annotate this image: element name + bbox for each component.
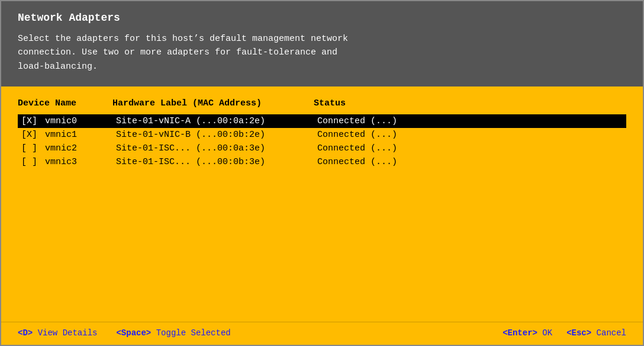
table-row[interactable]: [ ] vmnic2 Site-01-ISC... (...00:0a:3e) …: [18, 142, 626, 155]
footer-left: <D> View Details <Space> Toggle Selected: [18, 328, 503, 338]
footer-bar: <D> View Details <Space> Toggle Selected…: [1, 322, 643, 345]
main-section: Device Name Hardware Label (MAC Address)…: [1, 86, 643, 345]
desc-line3: load-balancing.: [18, 60, 626, 73]
row-hardware-0: Site-01-vNIC-A (...00:0a:2e): [116, 116, 317, 126]
row-hardware-3: Site-01-ISC... (...00:0b:3e): [116, 157, 317, 167]
row-hardware-1: Site-01-vNIC-B (...00:0b:2e): [116, 130, 317, 140]
row-status-2: Connected (...): [317, 143, 623, 153]
shortcut-key-enter: <Enter>: [503, 328, 537, 338]
row-checkbox-2: [ ]: [21, 143, 45, 153]
row-device-0: vmnic0: [45, 116, 116, 126]
shortcut-key-space: <Space>: [116, 328, 151, 338]
col-header-status: Status: [314, 98, 626, 108]
shortcut-key-esc: <Esc>: [566, 328, 591, 338]
row-checkbox-1: [X]: [21, 130, 45, 140]
screen: Network Adapters Select the adapters for…: [0, 0, 644, 346]
shortcut-toggle-selected[interactable]: <Space> Toggle Selected: [116, 328, 230, 338]
shortcut-label-ok: OK: [542, 328, 552, 338]
row-status-3: Connected (...): [317, 157, 623, 167]
table-header: Device Name Hardware Label (MAC Address)…: [18, 96, 626, 113]
header-title: Network Adapters: [18, 12, 626, 24]
row-status-1: Connected (...): [317, 130, 623, 140]
shortcut-label-cancel: Cancel: [597, 328, 626, 338]
row-hardware-2: Site-01-ISC... (...00:0a:3e): [116, 143, 317, 153]
row-device-1: vmnic1: [45, 130, 116, 140]
col-header-device: Device Name: [18, 98, 112, 108]
table-area: Device Name Hardware Label (MAC Address)…: [1, 86, 643, 322]
row-status-0: Connected (...): [317, 116, 623, 126]
footer-right: <Enter> OK <Esc> Cancel: [503, 328, 626, 338]
shortcut-view-details[interactable]: <D> View Details: [18, 328, 97, 338]
row-device-3: vmnic3: [45, 157, 116, 167]
table-row[interactable]: [ ] vmnic3 Site-01-ISC... (...00:0b:3e) …: [18, 155, 626, 169]
shortcut-label-toggle: Toggle Selected: [156, 328, 231, 338]
row-checkbox-0: [X]: [21, 116, 45, 126]
shortcut-cancel[interactable]: <Esc> Cancel: [566, 328, 626, 338]
shortcut-ok[interactable]: <Enter> OK: [503, 328, 552, 338]
table-row[interactable]: [X] vmnic1 Site-01-vNIC-B (...00:0b:2e) …: [18, 128, 626, 142]
table-row[interactable]: [X] vmnic0 Site-01-vNIC-A (...00:0a:2e) …: [18, 114, 626, 128]
shortcut-key-d: <D>: [18, 328, 33, 338]
desc-line2: connection. Use two or more adapters for…: [18, 46, 626, 59]
header-description: Select the adapters for this host’s defa…: [18, 32, 626, 73]
desc-line1: Select the adapters for this host’s defa…: [18, 32, 626, 46]
col-header-hardware: Hardware Label (MAC Address): [112, 98, 314, 108]
shortcut-label-view-details: View Details: [38, 328, 98, 338]
header-section: Network Adapters Select the adapters for…: [1, 1, 643, 86]
row-device-2: vmnic2: [45, 143, 116, 153]
row-checkbox-3: [ ]: [21, 157, 45, 167]
